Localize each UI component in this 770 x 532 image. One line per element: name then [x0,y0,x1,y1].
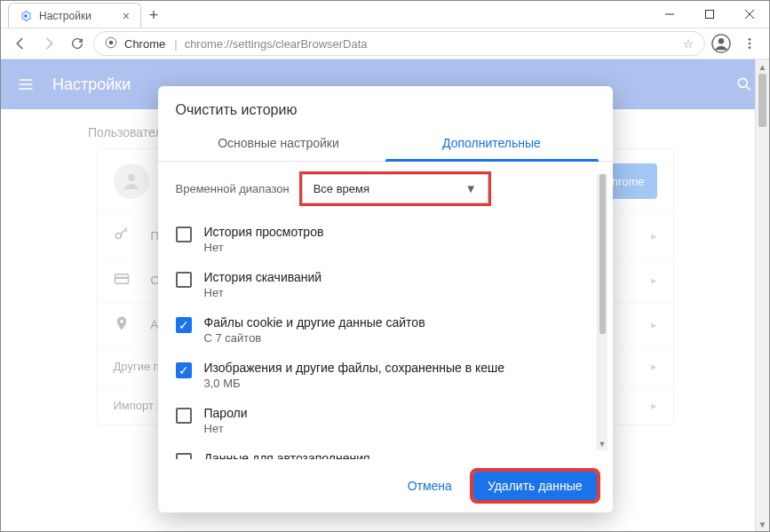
address-bar[interactable]: Chrome | chrome://settings/clearBrowserD… [93,31,705,56]
dialog-tabs: Основные настройки Дополнительные [158,125,613,162]
gear-icon [20,10,32,22]
svg-point-10 [749,43,751,45]
new-tab-button[interactable]: + [141,3,166,28]
check-title: Данные для автозаполнения [204,451,370,459]
check-row[interactable]: ПаролиНет [176,399,591,444]
check-subtitle: Нет [204,241,324,254]
cancel-button[interactable]: Отмена [395,472,464,500]
time-range-select[interactable]: Все время ▼ [302,174,488,203]
check-title: История просмотров [204,225,324,239]
window-close[interactable] [729,1,769,28]
check-subtitle: С 7 сайтов [204,331,425,345]
checkbox[interactable] [176,408,192,424]
back-button[interactable] [8,31,33,56]
tab-basic[interactable]: Основные настройки [172,125,385,161]
tab-title: Настройки [39,10,115,22]
time-range-label: Временной диапазон [176,182,290,195]
dialog-title: Очистить историю [158,86,613,125]
svg-rect-2 [705,11,713,19]
checkbox[interactable] [176,453,192,459]
check-row[interactable]: История скачиванийНет [176,263,591,308]
reload-button[interactable] [65,31,90,56]
checkbox[interactable]: ✓ [176,362,192,378]
confirm-delete-button[interactable]: Удалить данные [473,472,597,500]
svg-point-0 [24,14,28,18]
scroll-up-icon[interactable]: ▲ [756,60,769,74]
time-range-value: Все время [314,182,369,195]
forward-button[interactable] [36,31,61,56]
scroll-thumb[interactable] [758,74,766,127]
url-divider: | [174,37,177,51]
browser-toolbar: Chrome | chrome://settings/clearBrowserD… [1,28,769,60]
check-title: Изображения и другие файлы, сохраненные … [204,361,505,375]
scroll-down-icon[interactable]: ▼ [756,517,769,531]
svg-point-11 [749,46,751,49]
scroll-down-icon[interactable]: ▼ [598,438,607,450]
svg-point-9 [749,38,751,41]
window-minimize[interactable] [649,1,689,28]
checkbox[interactable]: ✓ [176,317,192,333]
check-title: История скачиваний [204,270,322,284]
close-tab-icon[interactable]: × [123,10,130,22]
check-title: Файлы cookie и другие данные сайтов [204,315,425,330]
window-titlebar: Настройки × + [1,1,769,28]
url-path: chrome://settings/clearBrowserData [185,37,368,51]
checkbox[interactable] [176,272,192,288]
profile-button[interactable] [709,31,734,56]
clear-data-dialog: Очистить историю Основные настройки Допо… [158,86,613,512]
check-row[interactable]: История просмотровНет [176,218,591,263]
check-title: Пароли [204,406,248,420]
dialog-scrollbar[interactable]: ▼ [597,174,607,450]
check-row[interactable]: Данные для автозаполнения [176,444,591,459]
url-scheme: Chrome [124,37,165,51]
bookmark-icon[interactable]: ☆ [683,37,694,51]
check-row[interactable]: ✓Изображения и другие файлы, сохраненные… [176,353,591,399]
check-subtitle: Нет [204,422,248,435]
kebab-menu-icon[interactable] [737,31,762,56]
browser-tab[interactable]: Настройки × [8,3,141,28]
checkbox[interactable] [176,226,192,242]
check-row[interactable]: ✓Файлы cookie и другие данные сайтовС 7 … [176,308,591,353]
chevron-down-icon: ▼ [465,182,477,195]
svg-point-8 [718,38,724,44]
tab-advanced[interactable]: Дополнительные [385,125,599,161]
site-info-icon[interactable] [105,36,117,52]
svg-point-6 [109,40,114,44]
window-maximize[interactable] [689,1,729,28]
scroll-thumb[interactable] [599,174,606,334]
check-subtitle: Нет [204,286,322,299]
check-subtitle: 3,0 МБ [204,377,505,390]
page-scrollbar[interactable]: ▲ ▼ [755,60,769,531]
